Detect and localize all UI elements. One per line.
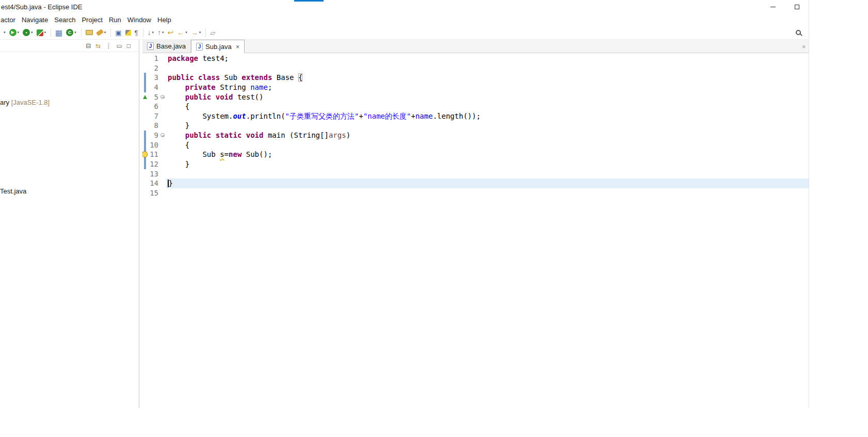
annotation-ruler-cell[interactable] xyxy=(142,169,148,179)
fold-collapse-icon[interactable] xyxy=(159,131,166,140)
code-text[interactable]: { xyxy=(166,140,809,150)
mark-occurrences-button[interactable] xyxy=(124,27,133,38)
code-line[interactable]: 14} xyxy=(142,179,809,188)
menu-item-help[interactable]: Help xyxy=(154,15,174,25)
code-line[interactable]: 9 public static void main (String[]args) xyxy=(142,131,809,140)
dropdown-caret-icon[interactable]: ▾ xyxy=(152,30,154,35)
code-line[interactable]: 13 xyxy=(142,169,809,179)
toolbar-overflow-caret[interactable]: ▾ xyxy=(1,27,7,38)
annotation-ruler-cell[interactable] xyxy=(142,188,148,198)
menu-item-actor[interactable]: actor xyxy=(0,15,19,25)
code-text[interactable]: } xyxy=(166,159,809,169)
open-task-button[interactable]: ▣ xyxy=(114,27,123,38)
annotation-ruler-cell[interactable] xyxy=(142,83,148,92)
annotation-ruler-cell[interactable] xyxy=(142,92,148,102)
annotation-ruler-cell[interactable] xyxy=(142,140,148,150)
code-line[interactable]: 1package test4; xyxy=(142,54,809,63)
annotation-ruler-cell[interactable] xyxy=(142,121,148,131)
close-tab-icon[interactable]: × xyxy=(236,43,240,51)
annotation-ruler-cell[interactable] xyxy=(142,150,148,159)
maximize-button[interactable] xyxy=(785,0,809,14)
code-text[interactable] xyxy=(166,63,809,73)
pin-editor-button[interactable]: ▱ xyxy=(208,27,217,38)
collapse-all-icon[interactable]: ⊟ xyxy=(86,43,91,49)
code-line[interactable]: 10 { xyxy=(142,140,809,150)
code-text[interactable]: } xyxy=(166,121,809,131)
code-text[interactable]: private String name; xyxy=(166,83,809,92)
annotation-ruler-cell[interactable] xyxy=(142,63,148,73)
back-button[interactable]: ←▾ xyxy=(175,27,189,38)
menu-item-navigate[interactable]: Navigate xyxy=(19,15,51,25)
next-annotation-button[interactable]: ↓▾ xyxy=(146,27,156,38)
dropdown-caret-icon[interactable]: ▾ xyxy=(44,30,46,35)
dropdown-caret-icon[interactable]: ▾ xyxy=(104,30,106,35)
code-line[interactable]: 7 System.out.println("子类重写父类的方法"+"name的长… xyxy=(142,111,809,121)
forward-button[interactable]: →▾ xyxy=(189,27,203,38)
tab-overflow-chevron-icon[interactable]: » xyxy=(802,43,806,50)
coverage-button[interactable]: ▾ xyxy=(35,27,48,38)
show-whitespace-button[interactable]: ¶ xyxy=(133,27,140,38)
annotation-ruler-cell[interactable] xyxy=(142,111,148,121)
new-class-button[interactable]: C▾ xyxy=(65,27,78,38)
code-text[interactable]: public static void main (String[]args) xyxy=(166,131,809,140)
minimize-view-icon[interactable]: ▭ xyxy=(116,43,122,49)
annotation-ruler-cell[interactable] xyxy=(142,102,148,111)
code-line[interactable]: 6 { xyxy=(142,102,809,111)
annotation-ruler-cell[interactable] xyxy=(142,179,148,188)
last-edit-location-button[interactable]: ↩ xyxy=(166,27,175,38)
code-text[interactable]: package test4; xyxy=(166,54,809,63)
dropdown-caret-icon[interactable]: ▾ xyxy=(18,30,20,35)
view-menu-icon[interactable]: ⋮ xyxy=(105,43,111,49)
annotation-ruler-cell[interactable] xyxy=(142,73,148,83)
new-java-project-button[interactable]: ▦ xyxy=(54,27,64,38)
code-text[interactable] xyxy=(166,169,809,179)
maximize-view-icon[interactable]: □ xyxy=(127,43,131,49)
tab-base-java[interactable]: JBase.java xyxy=(142,39,191,53)
warning-lightbulb-icon[interactable] xyxy=(142,151,148,157)
tab-sub-java[interactable]: JSub.java× xyxy=(191,40,245,53)
previous-annotation-button[interactable]: ↑▾ xyxy=(156,27,166,38)
run-button[interactable]: ▶▾ xyxy=(8,27,21,38)
import-folder-button[interactable] xyxy=(84,27,94,38)
fold-collapse-icon[interactable] xyxy=(159,92,166,102)
debug-button[interactable]: ●▾ xyxy=(21,27,35,38)
last-edit-location-icon: ↩ xyxy=(168,29,174,36)
code-line[interactable]: 4 private String name; xyxy=(142,83,809,92)
annotation-ruler-cell[interactable] xyxy=(142,159,148,169)
menu-item-project[interactable]: Project xyxy=(78,15,105,25)
code-line[interactable]: 3public class Sub extends Base { xyxy=(142,73,809,83)
code-line[interactable]: 11 Sub s=new Sub(); xyxy=(142,150,809,159)
link-with-editor-icon[interactable]: ⇆ xyxy=(95,43,101,49)
code-line[interactable]: 8 } xyxy=(142,121,809,131)
dropdown-caret-icon[interactable]: ▾ xyxy=(74,30,76,35)
search-flashlight-button[interactable]: ▾ xyxy=(95,27,108,38)
menu-item-window[interactable]: Window xyxy=(124,15,154,25)
code-text[interactable]: } xyxy=(166,179,809,188)
menu-item-search[interactable]: Search xyxy=(51,15,78,25)
code-text[interactable]: Sub s=new Sub(); xyxy=(166,150,809,159)
dropdown-caret-icon[interactable]: ▾ xyxy=(4,30,6,35)
dropdown-caret-icon[interactable]: ▾ xyxy=(199,30,201,35)
code-line[interactable]: 15 xyxy=(142,188,809,198)
explorer-item-decoration: [JavaSE-1.8] xyxy=(11,99,50,106)
menu-item-run[interactable]: Run xyxy=(106,15,124,25)
code-editor[interactable]: 1package test4;23public class Sub extend… xyxy=(142,53,809,408)
code-text[interactable] xyxy=(166,188,809,198)
dropdown-caret-icon[interactable]: ▾ xyxy=(185,30,187,35)
code-text[interactable]: public void test() xyxy=(166,92,809,102)
dropdown-caret-icon[interactable]: ▾ xyxy=(162,30,164,35)
code-line[interactable]: 12 } xyxy=(142,159,809,169)
annotation-ruler-cell[interactable] xyxy=(142,131,148,140)
run-icon: ▶ xyxy=(9,29,17,36)
annotation-ruler-cell[interactable] xyxy=(142,54,148,63)
explorer-item-test-java[interactable]: Test.java xyxy=(0,187,26,195)
code-line[interactable]: 5 public void test() xyxy=(142,92,809,102)
explorer-item-jre-library[interactable]: ary [JavaSE-1.8] xyxy=(0,99,50,106)
code-text[interactable]: public class Sub extends Base { xyxy=(166,73,809,83)
code-text[interactable]: { xyxy=(166,102,809,111)
minimize-button[interactable] xyxy=(761,0,785,14)
search-icon[interactable] xyxy=(794,27,805,38)
code-line[interactable]: 2 xyxy=(142,63,809,73)
dropdown-caret-icon[interactable]: ▾ xyxy=(31,30,33,35)
code-text[interactable]: System.out.println("子类重写父类的方法"+"name的长度"… xyxy=(166,111,809,121)
